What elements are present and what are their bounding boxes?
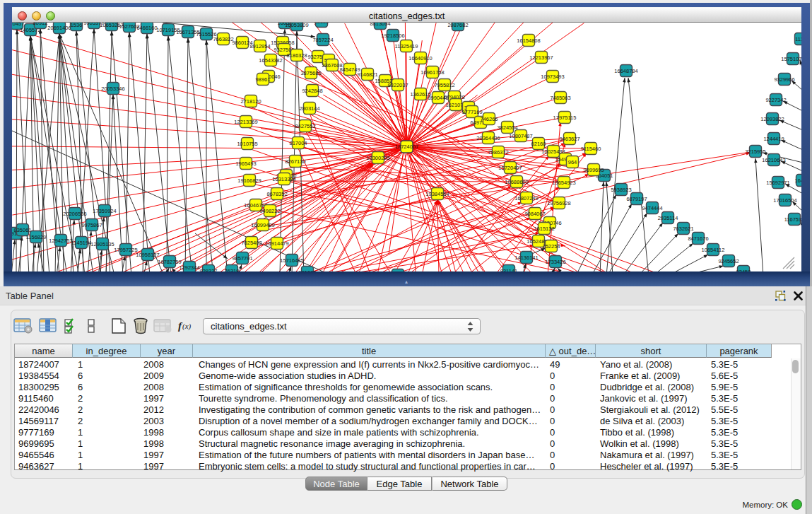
svg-text:7986372: 7986372	[488, 149, 508, 156]
svg-text:9084067: 9084067	[524, 211, 545, 217]
svg-text:20053346: 20053346	[101, 86, 124, 92]
svg-text:7857224: 7857224	[312, 37, 333, 43]
svg-text:1244419: 1244419	[763, 136, 784, 142]
svg-text:1010755: 1010755	[237, 141, 257, 147]
svg-text:1167533: 1167533	[784, 216, 801, 223]
svg-text:15751074: 15751074	[781, 56, 801, 62]
svg-text:1156829: 1156829	[26, 234, 47, 240]
svg-text:9857791: 9857791	[232, 255, 252, 262]
svg-text:16782759: 16782759	[158, 259, 181, 265]
svg-text:7663822: 7663822	[213, 36, 233, 42]
svg-text:14136141: 14136141	[514, 255, 538, 261]
svg-text:8813054: 8813054	[370, 23, 390, 27]
svg-text:16807249: 16807249	[514, 195, 538, 201]
svg-text:3215955: 3215955	[745, 148, 765, 155]
svg-text:9699695: 9699695	[583, 167, 604, 173]
svg-text:18724007: 18724007	[395, 144, 418, 150]
svg-text:16154808: 16154808	[517, 37, 540, 44]
svg-text:16099489: 16099489	[251, 222, 274, 228]
svg-text:9463627: 9463627	[559, 136, 579, 142]
svg-text:12213369: 12213369	[234, 119, 257, 125]
svg-text:10958127: 10958127	[136, 252, 159, 258]
svg-text:2803144: 2803144	[299, 105, 319, 112]
svg-text:76319: 76319	[225, 268, 240, 272]
svg-text:1117: 1117	[795, 36, 801, 42]
svg-text:1292344: 1292344	[179, 264, 199, 271]
svg-text:2087682: 2087682	[447, 23, 468, 28]
svg-text:88130: 88130	[314, 23, 329, 25]
svg-text:20364436: 20364436	[476, 135, 500, 141]
svg-text:8471676: 8471676	[688, 235, 708, 242]
svg-text:10688609: 10688609	[505, 179, 528, 185]
svg-text:9777169: 9777169	[461, 109, 482, 115]
svg-text:80912: 80912	[33, 23, 48, 26]
svg-text:16053809: 16053809	[285, 23, 308, 28]
svg-text:16313394: 16313394	[272, 176, 295, 182]
svg-text:6879197: 6879197	[626, 196, 647, 202]
svg-text:9329966: 9329966	[774, 76, 794, 83]
svg-text:17016504: 17016504	[773, 197, 796, 204]
svg-text:2935114: 2935114	[658, 215, 678, 221]
svg-text:10654112: 10654112	[702, 247, 725, 253]
svg-text:16914479: 16914479	[265, 240, 288, 247]
svg-text:2718120: 2718120	[240, 98, 261, 105]
svg-text:964: 964	[568, 159, 577, 165]
svg-text:3824554: 3824554	[497, 124, 517, 131]
svg-text:252254: 252254	[542, 243, 560, 250]
svg-text:1615132: 1615132	[534, 226, 554, 232]
svg-text:17975115: 17975115	[553, 115, 577, 121]
svg-text:12093822: 12093822	[760, 116, 784, 122]
svg-text:9975867: 9975867	[81, 222, 102, 228]
svg-text:8267130: 8267130	[285, 158, 305, 165]
svg-text:15716485: 15716485	[280, 257, 303, 264]
svg-text:20691406: 20691406	[47, 25, 71, 31]
svg-text:9245652: 9245652	[718, 258, 739, 264]
svg-text:8912954: 8912954	[249, 43, 270, 49]
svg-text:161085: 161085	[298, 269, 316, 272]
svg-text:1145194: 1145194	[71, 240, 92, 246]
svg-text:5938923: 5938923	[611, 187, 631, 193]
svg-text:19166829: 19166829	[237, 177, 261, 184]
svg-text:9146821: 9146821	[357, 71, 377, 78]
svg-text:7485063: 7485063	[550, 95, 570, 101]
svg-text:19384554: 19384554	[425, 191, 449, 197]
svg-text:16640910: 16640910	[408, 55, 432, 62]
svg-text:92450: 92450	[736, 269, 751, 272]
svg-text:8186328: 8186328	[286, 52, 307, 59]
svg-text:9227342: 9227342	[765, 97, 786, 103]
svg-text:16210643: 16210643	[762, 157, 785, 163]
svg-text:62160: 62160	[531, 141, 546, 147]
svg-text:817004: 817004	[289, 140, 307, 146]
svg-text:931141: 931141	[500, 268, 517, 272]
svg-text:16961758: 16961758	[420, 69, 444, 76]
svg-text:1733426: 1733426	[545, 259, 565, 265]
svg-text:17957225: 17957225	[114, 247, 137, 253]
svg-text:8678352: 8678352	[266, 191, 287, 197]
svg-text:7632621: 7632621	[673, 226, 693, 232]
svg-text:98961: 98961	[256, 76, 271, 83]
svg-text:8427552: 8427552	[295, 123, 315, 129]
svg-text:1536: 1536	[71, 23, 83, 28]
svg-text:9474444: 9474444	[642, 205, 662, 211]
svg-text:19654923: 19654923	[552, 180, 575, 186]
svg-text:11325419: 11325419	[395, 43, 418, 49]
svg-text:9115460: 9115460	[581, 146, 601, 152]
svg-text:10807487: 10807487	[509, 133, 532, 139]
svg-text:10973493: 10973493	[541, 74, 564, 80]
svg-text:19756928: 19756928	[547, 200, 570, 206]
svg-text:18300295: 18300295	[366, 155, 389, 161]
svg-text:8322037: 8322037	[387, 82, 408, 88]
svg-text:7955812: 7955812	[434, 82, 454, 88]
svg-text:12213967: 12213967	[529, 54, 553, 61]
svg-text:19218506: 19218506	[381, 33, 404, 39]
svg-text:17359924: 17359924	[93, 208, 116, 214]
svg-text:6466160: 6466160	[136, 25, 157, 31]
svg-text:20206536: 20206536	[63, 211, 86, 217]
svg-text:16648784: 16648784	[614, 68, 637, 74]
svg-text:9242848: 9242848	[302, 88, 322, 94]
svg-text:7625402: 7625402	[241, 240, 261, 246]
svg-text:16543382: 16543382	[259, 57, 282, 64]
svg-text:3875685: 3875685	[300, 70, 321, 76]
svg-text:15720407: 15720407	[498, 165, 522, 171]
svg-text:15692971: 15692971	[766, 180, 789, 186]
